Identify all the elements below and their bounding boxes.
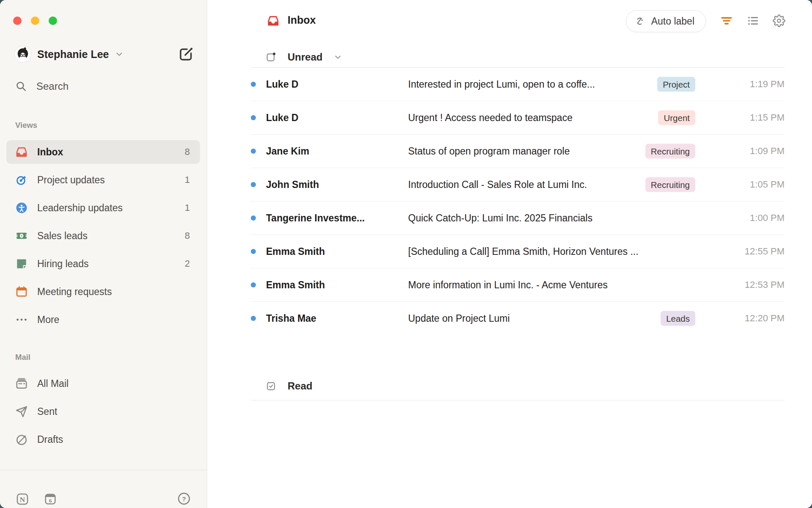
calendar-badge[interactable]: 6 [43,492,58,506]
unread-dot [251,282,256,287]
inbox-tray-icon [267,14,280,27]
email-subject: Update on Project Lumi [408,313,658,324]
email-time: 1:19 PM [750,79,785,90]
calendar-icon [15,285,28,298]
list-view-icon [747,14,760,27]
email-sender: Luke D [266,112,299,124]
sidebar-item-drafts[interactable]: Drafts [6,428,200,451]
unread-count: 2 [185,258,190,269]
list-view-button[interactable] [747,14,760,27]
email-time: 1:00 PM [750,213,785,224]
email-list: Luke D Interested in project Lumi, open … [251,68,785,335]
inbox-tray-icon [15,146,28,158]
read-group-header[interactable]: Read [251,372,785,400]
email-subject: [Scheduling a Call] Emma Smith, Horizon … [408,246,658,257]
sidebar-item-hiring-leads[interactable]: Hiring leads 2 [6,252,200,276]
email-sender: Emma Smith [266,246,325,257]
label-badge: Urgent [658,110,695,125]
avatar [14,46,31,63]
email-sender: Trisha Mae [266,313,316,324]
unread-dot [251,182,256,187]
sidebar-item-inbox[interactable]: Inbox 8 [6,140,200,164]
sidebar-item-sales-leads[interactable]: Sales leads 8 [6,224,200,248]
main-panel: Inbox Auto label [207,0,812,508]
email-sender: Jane Kim [266,146,309,157]
compose-button[interactable] [178,46,195,63]
svg-text:6: 6 [49,497,52,504]
email-subject: Quick Catch-Up: Lumi Inc. 2025 Financial… [408,213,658,224]
label-badge: Project [657,77,695,92]
notion-logo-badge[interactable]: N [15,492,30,506]
email-row[interactable]: Tangerine Investme... Quick Catch-Up: Lu… [251,202,785,235]
auto-label-button[interactable]: Auto label [626,10,706,32]
email-subject: Interested in project Lumi, open to a co… [408,79,658,90]
section-label-mail: Mail [15,353,30,362]
mail-list: All Mail Sent Drafts [6,372,200,456]
filter-button[interactable] [720,14,733,27]
email-sender: Tangerine Investme... [266,213,365,224]
email-row[interactable]: Emma Smith [Scheduling a Call] Emma Smit… [251,235,785,268]
unread-group-header[interactable]: Unread [251,47,785,68]
unread-dot [251,249,256,254]
mail-stack-icon [15,377,28,390]
sidebar-footer-divider [0,470,207,470]
sidebar: Stephanie Lee Search Views Inbox 8 Proj [0,0,207,508]
sidebar-item-more[interactable]: More [6,308,200,331]
email-time: 12:53 PM [745,279,785,290]
banknote-icon [15,229,28,242]
unread-dot [251,115,256,120]
email-time: 1:15 PM [750,112,785,123]
svg-text:N: N [20,495,25,504]
read-group-label: Read [288,380,313,392]
unread-count: 8 [185,146,190,157]
email-sender: John Smith [266,179,319,190]
unread-count: 1 [185,202,190,213]
email-sender: Luke D [266,79,299,90]
email-row[interactable]: Luke D Urgent ! Access needed to teamspa… [251,101,785,135]
email-subject: More information in Lumi Inc. - Acme Ven… [408,279,658,291]
email-row[interactable]: John Smith Introduction Call - Sales Rol… [251,168,785,202]
email-subject: Status of open program manager role [408,146,658,157]
email-row[interactable]: Emma Smith More information in Lumi Inc.… [251,268,785,302]
target-icon [15,174,28,186]
sidebar-item-all-mail[interactable]: All Mail [6,372,200,395]
unread-checkbox-icon [266,52,277,63]
sidebar-item-meeting-requests[interactable]: Meeting requests [6,280,200,304]
zoom-button[interactable] [49,17,57,25]
unread-group-label: Unread [288,51,323,63]
send-icon [15,405,28,418]
sidebar-item-project-updates[interactable]: Project updates 1 [6,168,200,192]
ellipsis-icon [15,313,28,326]
unread-count: 1 [185,174,190,185]
person-circle-icon [15,202,28,214]
help-button[interactable]: ? [177,492,191,505]
note-icon [15,257,28,270]
app-window: Stephanie Lee Search Views Inbox 8 Proj [0,0,812,508]
wand-icon [634,16,646,27]
label-badge: Recruiting [645,144,695,159]
email-subject: Urgent ! Access needed to teamspace [408,112,658,124]
account-switcher[interactable]: Stephanie Lee [14,45,173,64]
email-row[interactable]: Jane Kim Status of open program manager … [251,135,785,168]
section-label-views: Views [15,121,37,130]
window-controls [13,17,57,25]
email-time: 12:55 PM [745,246,785,257]
email-time: 1:05 PM [750,179,785,190]
svg-text:?: ? [182,495,186,502]
email-row[interactable]: Luke D Interested in project Lumi, open … [251,68,785,101]
email-sender: Emma Smith [266,279,325,291]
settings-button[interactable] [773,14,785,27]
sidebar-item-leadership-updates[interactable]: Leadership updates 1 [6,196,200,220]
sidebar-item-sent[interactable]: Sent [6,400,200,423]
filter-icon [720,14,733,27]
close-button[interactable] [13,17,22,25]
email-row[interactable]: Trisha Mae Update on Project Lumi Leads … [251,302,785,335]
unread-dot [251,316,256,321]
minimize-button[interactable] [31,17,39,25]
search-button[interactable]: Search [15,78,69,95]
email-time: 1:09 PM [750,146,785,157]
label-badge: Leads [661,311,695,326]
label-badge: Recruiting [645,177,695,192]
account-name: Stephanie Lee [37,48,109,61]
page-title: Inbox [288,14,316,26]
